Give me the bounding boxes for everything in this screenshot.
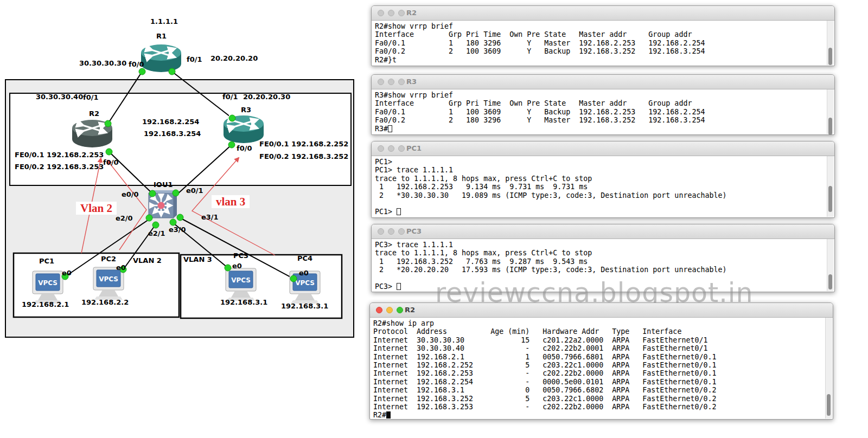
terminal-cursor	[386, 411, 391, 418]
minimize-icon[interactable]	[388, 145, 394, 152]
scrollbar[interactable]	[827, 239, 834, 291]
close-icon[interactable]	[378, 145, 384, 152]
terminal-line-text: 2 *30.30.30.30 19.089 ms (ICMP type:3, c…	[375, 191, 726, 199]
zoom-icon[interactable]	[398, 10, 405, 16]
terminal-window-r2-0[interactable]: R2R2#show vrrp briefInterface Grp Pri Ti…	[371, 5, 835, 66]
zoom-icon[interactable]	[397, 307, 403, 313]
svg-text:VPCS: VPCS	[38, 279, 58, 287]
terminal-line-text: R2#	[373, 411, 386, 419]
terminal-line-text: Internet 192.168.3.1 0 0050.7966.6802 AR…	[373, 386, 716, 394]
screenshot-stage: VPCS VPCS VPCS VPCS	[0, 0, 868, 438]
terminal-line: R2#}t	[375, 56, 827, 64]
terminal-line: PC1>	[375, 208, 827, 216]
window-title: PC1	[406, 141, 422, 156]
scrollbar[interactable]	[827, 21, 834, 65]
scrollbar-thumb[interactable]	[828, 118, 832, 135]
terminal-line-text: Interface Grp Pri Time Own Pre State Mas…	[375, 99, 692, 107]
diagram-label-pc1: PC1	[39, 257, 54, 265]
terminal-line-text: Internet 30.30.30.30 15 c201.22a2.0000 A…	[373, 336, 707, 344]
diagram-label-e2-1: e2/1	[148, 230, 165, 237]
terminal-line-text: R2#show vrrp brief	[375, 22, 453, 30]
diagram-label-e0: e0	[116, 264, 126, 272]
terminal-cursor	[397, 283, 401, 290]
diagram-label-fe0-0-1-192-168-2-253: FE0/0.1 192.168.2.253	[15, 151, 104, 159]
terminal-cursor	[388, 125, 392, 132]
terminal-line: Fa0/0.2 2 180 3296 Y Master 192.168.3.25…	[375, 116, 827, 124]
diagram-label-192-168-2-2: 192.168.2.2	[81, 299, 129, 306]
terminal-line: PC3> trace 1.1.1.1	[375, 241, 827, 249]
terminal-output[interactable]: R3#show vrrp briefInterface Grp Pri Time…	[372, 89, 827, 134]
terminal-line-text: Fa0/0.2 2 100 3609 Y Backup 192.168.3.25…	[375, 47, 705, 55]
scrollbar[interactable]	[825, 318, 832, 418]
terminal-line	[375, 199, 827, 208]
close-icon[interactable]	[378, 79, 384, 85]
diagram-label-e3-1: e3/1	[201, 214, 219, 221]
window-controls	[378, 79, 405, 85]
title-bar[interactable]: PC1	[372, 141, 834, 156]
scrollbar-thumb[interactable]	[827, 394, 831, 416]
terminal-line-text: Internet 192.168.3.253 - c202.22b2.0000 …	[373, 403, 716, 411]
terminal-output[interactable]: R2#show vrrp briefInterface Grp Pri Time…	[372, 21, 827, 66]
terminal-line: Interface Grp Pri Time Own Pre State Mas…	[375, 30, 827, 38]
terminal-line-text: Internet 192.168.2.252 5 c203.22c1.0000 …	[373, 361, 716, 369]
title-bar[interactable]: R3	[372, 75, 834, 89]
scrollbar[interactable]	[827, 156, 834, 217]
terminal-line: R3#	[375, 125, 827, 133]
terminal-line-text: R2#show ip arp	[373, 319, 434, 327]
diagram-label-r2: R2	[89, 110, 99, 118]
close-icon[interactable]	[378, 10, 384, 16]
terminal-line-text: Interface Grp Pri Time Own Pre State Mas…	[375, 30, 692, 38]
diagram-label-192-168-2-1: 192.168.2.1	[22, 301, 69, 308]
diagram-label-f0-0: f0/0	[103, 159, 119, 166]
close-icon[interactable]	[376, 307, 382, 313]
diagram-label-e0-1: e0/1	[186, 187, 203, 195]
window-controls	[378, 145, 405, 152]
terminal-output[interactable]: PC1>PC1> trace 1.1.1.1trace to 1.1.1.1, …	[372, 156, 827, 217]
router-r1-icon[interactable]	[141, 44, 181, 72]
minimize-icon[interactable]	[386, 307, 393, 313]
window-title: R2	[405, 303, 415, 317]
zoom-icon[interactable]	[398, 145, 405, 152]
title-bar[interactable]: R2	[370, 303, 833, 318]
minimize-icon[interactable]	[388, 79, 394, 85]
terminal-line: Internet 192.168.2.253 - c202.22b2.0000 …	[373, 369, 826, 377]
window-title: R3	[406, 75, 417, 89]
terminal-line: Fa0/0.1 1 100 3609 Y Backup 192.168.2.25…	[375, 108, 827, 116]
terminal-output[interactable]: R2#show ip arpProtocol Address Age (min)…	[370, 318, 826, 419]
close-icon[interactable]	[378, 228, 384, 235]
diagram-label-pc2: PC2	[101, 255, 116, 263]
diagram-label-vlan-2: Vlan 2	[76, 202, 117, 215]
diagram-label-vlan-3: vlan 3	[212, 195, 250, 208]
terminal-line: R2#	[373, 411, 826, 419]
title-bar[interactable]: R2	[372, 6, 834, 21]
terminal-line-text: Internet 192.168.2.1 1 0050.7966.6801 AR…	[373, 353, 716, 361]
terminal-window-r3-1[interactable]: R3R3#show vrrp briefInterface Grp Pri Ti…	[371, 74, 835, 135]
window-title: R2	[406, 6, 417, 20]
diagram-label-20-20-20-20: 20.20.20.20	[210, 55, 258, 62]
terminal-line: 1 192.168.2.253 9.134 ms 9.731 ms 9.731 …	[375, 183, 827, 191]
terminal-line: Internet 192.168.2.1 1 0050.7966.6801 AR…	[373, 353, 826, 361]
diagram-label-f0-1: f0/1	[83, 94, 99, 101]
terminal-window-pc1-2[interactable]: PC1PC1>PC1> trace 1.1.1.1trace to 1.1.1.…	[371, 141, 835, 218]
terminal-line-text: PC1>	[375, 158, 392, 166]
scrollbar-thumb[interactable]	[828, 274, 832, 289]
terminal-line: Internet 192.168.3.252 5 c203.22c1.0000 …	[373, 395, 826, 403]
scrollbar-thumb[interactable]	[828, 48, 832, 65]
scrollbar-thumb[interactable]	[828, 186, 832, 212]
window-controls	[376, 307, 403, 313]
minimize-icon[interactable]	[388, 10, 394, 16]
router-zone-box	[10, 93, 351, 185]
diagram-label-e0-0: e0/0	[122, 191, 139, 198]
scrollbar[interactable]	[827, 89, 834, 134]
diagram-label-f0-0: f0/0	[237, 145, 252, 152]
terminal-line-text: Fa0/0.1 1 100 3609 Y Backup 192.168.2.25…	[375, 108, 705, 116]
minimize-icon[interactable]	[388, 228, 394, 235]
terminal-window-r2-4[interactable]: R2R2#show ip arpProtocol Address Age (mi…	[369, 302, 833, 420]
zoom-icon[interactable]	[398, 79, 405, 85]
terminal-line-text: 1 192.168.2.253 9.134 ms 9.731 ms 9.731 …	[375, 183, 588, 191]
title-bar[interactable]: PC3	[372, 224, 834, 239]
terminal-line: Protocol Address Age (min) Hardware Addr…	[373, 327, 826, 336]
zoom-icon[interactable]	[398, 228, 405, 235]
diagram-label-e0: e0	[299, 269, 309, 277]
terminal-line: Internet 192.168.3.1 0 0050.7966.6802 AR…	[373, 386, 826, 394]
